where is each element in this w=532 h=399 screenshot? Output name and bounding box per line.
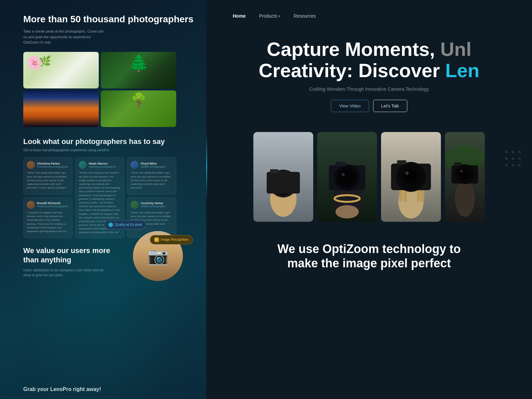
svg-rect-21 [399, 189, 403, 202]
ai-icon: ⊞ [154, 237, 159, 242]
reviewer-name-3: Floyd Miles [141, 162, 166, 165]
camera-card-2 [317, 132, 377, 222]
svg-point-39 [460, 170, 463, 173]
dot-3 [519, 151, 521, 153]
chevron-down-icon: ▾ [279, 14, 280, 18]
left-panel: More than 50 thousand photographers Take… [0, 0, 206, 399]
svg-rect-18 [335, 162, 345, 167]
testimonial-card-3: Floyd Miles Wildlife photographer "Wow! … [127, 157, 176, 195]
nav-home-label: Home [233, 13, 246, 19]
avatar-4 [27, 201, 35, 209]
svg-rect-7 [267, 172, 300, 194]
testimonials-grid: Christina Parker Professional photograph… [23, 157, 176, 238]
bottom-title-line1: We use OptiZoom technology to [226, 242, 512, 256]
reviewer-info-5: Courtney Henry Wildlife photographer [131, 201, 173, 209]
svg-rect-24 [421, 189, 424, 202]
avatar-2 [79, 161, 87, 169]
camera-image-2 [317, 132, 377, 222]
nav-products[interactable]: Products ▾ [259, 13, 280, 19]
camera-image-4 [445, 132, 485, 222]
photo-cell-forest [101, 90, 176, 127]
badge-quality: ✓ Quality at it's peak [104, 220, 146, 229]
reviewer-info-1: Christina Parker Professional photograph… [27, 161, 69, 169]
testimonial-text-3: "Wow! The clarity and detail I get from … [131, 171, 173, 190]
nav-resources-label: Resources [294, 13, 316, 19]
reviewer-name-4: Ronald Richards [37, 201, 68, 205]
reviewer-info-3: Floyd Miles Wildlife photographer [131, 161, 173, 169]
dot-8 [512, 164, 514, 166]
grab-text: Grab your LensPro right away! [23, 386, 101, 392]
svg-point-16 [340, 171, 354, 184]
photo-cell-trees [101, 52, 176, 88]
dot-2 [512, 151, 514, 153]
nav-home[interactable]: Home [233, 13, 246, 19]
svg-point-34 [455, 180, 475, 217]
svg-point-30 [405, 172, 409, 175]
bottom-title-line2: make the image pixel perfect [226, 256, 512, 270]
camera-image-3 [381, 132, 441, 222]
hero-text-section: More than 50 thousand photographers Take… [23, 10, 196, 45]
svg-rect-8 [270, 169, 278, 173]
badge-ai-label: Image Recognition [161, 238, 189, 241]
avatar-5 [131, 201, 139, 209]
photo-grid [23, 52, 176, 127]
avatar-3 [131, 161, 139, 169]
camera-card-4 [445, 132, 485, 222]
reviewer-role-4: Professional photographer [37, 205, 68, 208]
reviewer-role-5: Wildlife photographer [141, 205, 166, 208]
reviewer-name-1: Christina Parker [37, 162, 68, 165]
dot-1 [505, 151, 507, 153]
reviewer-name-2: Wade Warren [89, 162, 116, 165]
nav-products-label: Products [259, 13, 277, 19]
testimonials-subtitle: Get to know real photographers experienc… [23, 148, 196, 152]
value-subtitle: Users satisfaction is our company's core… [23, 268, 110, 278]
nav-resources[interactable]: Resources [294, 13, 316, 19]
hero-buttons: View Video Let's Talk [226, 100, 512, 112]
dot-cluster [504, 150, 522, 168]
camera-row [206, 132, 532, 222]
hero-tagline: Crafting Wonders Through Innovative Came… [226, 86, 512, 92]
photo-cell-sunset [23, 90, 99, 127]
reviewer-role-2: Wedding photographer [89, 165, 116, 168]
reviewer-info-4: Ronald Richards Professional photographe… [27, 201, 69, 209]
value-section: We value our users more than anything Us… [23, 246, 196, 278]
dot-9 [519, 164, 521, 166]
camera-card-3 [381, 132, 441, 222]
svg-rect-40 [454, 162, 462, 166]
hero-title: More than 50 thousand photographers [23, 13, 196, 25]
avatar-1 [27, 161, 35, 169]
bottom-text: We use OptiZoom technology to make the i… [206, 235, 532, 277]
view-video-button[interactable]: View Video [331, 100, 369, 112]
dot-5 [512, 158, 514, 160]
testimonial-card-1: Christina Parker Professional photograph… [23, 157, 72, 195]
hero-subtitle: Take a sneak peak at the photographs. Co… [23, 29, 106, 45]
lets-talk-button[interactable]: Let's Talk [373, 100, 408, 112]
check-icon: ✓ [108, 222, 113, 227]
reviewer-info-2: Wade Warren Wedding photographer [79, 161, 121, 169]
dot-4 [505, 158, 507, 160]
svg-point-17 [341, 173, 345, 176]
dot-7 [505, 164, 507, 166]
hero-title-line2: Creativity: Discover Len [259, 60, 479, 81]
svg-point-11 [335, 205, 359, 218]
nav-bar: Home Products ▾ Resources [206, 0, 532, 25]
right-panel: Home Products ▾ Resources Capture Moment… [206, 0, 532, 399]
dot-6 [519, 158, 521, 160]
camera-card-1 [253, 132, 313, 222]
value-title: We value our users more than anything [23, 246, 123, 265]
testimonials-title: Look what our photographers has to say [23, 137, 196, 147]
reviewer-role-3: Wildlife photographer [141, 165, 166, 168]
reviewer-name-5: Courtney Henry [141, 201, 166, 205]
testimonial-card-4: Ronald Richards Professional photographe… [23, 197, 72, 238]
badge-ai: ⊞ Image Recognition [150, 235, 193, 244]
photo-cell-flowers [23, 52, 99, 88]
hero-title-line1: Capture Moments, Unl [267, 38, 471, 60]
camera-image-1 [253, 132, 313, 222]
glow-line-decoration [206, 133, 207, 200]
testimonial-text-4: "I couldn't be happier with this camera,… [27, 211, 69, 233]
hero-right: Capture Moments, Unl Creativity: Discove… [206, 25, 532, 132]
svg-rect-31 [397, 160, 406, 165]
reviewer-role-1: Professional photographer [37, 165, 68, 168]
badge-quality-label: Quality at it's peak [115, 223, 142, 226]
testimonial-text-1: "Wow! The clarity and detail I get from … [27, 171, 69, 190]
